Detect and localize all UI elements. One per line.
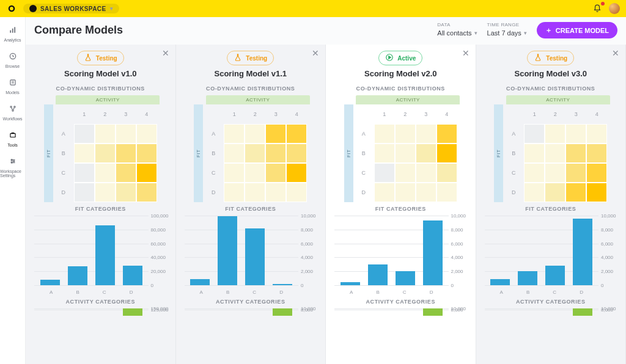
heatmap-col-header: 3 (565, 104, 586, 124)
heatmap-cell (416, 183, 436, 202)
section-title-activity: ACTIVITY CATEGORIES (32, 299, 169, 305)
heatmap-cell (524, 144, 545, 163)
heatmap-row-header: C (353, 163, 374, 183)
bar (123, 266, 142, 285)
activity-chart: 10,0008,000 (334, 308, 467, 326)
heatmap-col-header: 4 (586, 104, 607, 124)
heatmap-row-header: D (53, 183, 74, 202)
heatmap-row-header: A (203, 124, 224, 144)
model-panel: ✕TestingScoring Model v3.0CO-DYNAMIC DIS… (476, 45, 627, 364)
heatmap-row-header: B (203, 144, 224, 163)
svg-point-1 (10, 7, 13, 10)
sidebar-item-tools[interactable]: Tools (0, 127, 25, 151)
data-selector[interactable]: DATA All contacts▾ (437, 22, 477, 38)
heatmap: ACTIVITYFIT1234ABCD (182, 95, 320, 202)
model-title: Scoring Model v3.0 (482, 69, 620, 78)
heatmap-col-header: 3 (265, 104, 286, 124)
sidebar-item-models[interactable]: Models (0, 75, 25, 98)
heatmap-cell (586, 163, 607, 183)
status-pill: Testing (77, 51, 124, 65)
status-pill: Active (378, 51, 422, 65)
model-title: Scoring Model v1.1 (182, 69, 320, 78)
workspace-label: SALES WORKSPACE (40, 5, 106, 12)
sidebar-item-label: Tools (7, 143, 17, 147)
heatmap-cell (586, 183, 607, 202)
close-icon[interactable]: ✕ (462, 48, 470, 58)
x-tick-label: B (376, 289, 379, 295)
heatmap-col-header: 2 (245, 104, 265, 124)
heatmap-cell (565, 124, 586, 144)
heatmap-cell (374, 183, 395, 202)
heatmap-col-header: 2 (95, 104, 116, 124)
heatmap-cell (224, 144, 245, 163)
y-tick-label: 8,000 (449, 227, 467, 232)
status-label: Testing (546, 55, 567, 62)
y-tick-label: 0 (598, 283, 617, 288)
workspace-settings-icon (9, 157, 17, 168)
chevron-down-icon: ▾ (474, 30, 477, 36)
sidebar-item-workspace-settings[interactable]: Workspace Settings (0, 153, 25, 181)
status-label: Active (397, 55, 416, 62)
close-icon[interactable]: ✕ (612, 48, 619, 58)
svg-point-7 (10, 106, 11, 107)
chevron-down-icon: ▾ (110, 5, 113, 12)
heatmap-cell (395, 163, 416, 183)
x-tick-label: B (526, 289, 529, 295)
heatmap-col-header: 2 (545, 104, 565, 124)
heatmap-cell (74, 124, 95, 144)
heatmap-cell (116, 163, 136, 183)
svg-point-9 (12, 110, 13, 111)
time-range-selector[interactable]: TIME RANGE Last 7 days▾ (487, 22, 527, 38)
notifications-icon[interactable] (592, 3, 603, 14)
section-title-codynamic: CO-DYNAMIC DISTRIBUTIONS (32, 86, 169, 92)
y-tick-label: 6,000 (449, 241, 467, 246)
sidebar: AnalyticsBrowseModelsWorkflowsToolsWorks… (0, 17, 26, 364)
heatmap-cell (524, 163, 545, 183)
sidebar-item-label: Workspace Settings (0, 169, 25, 178)
sidebar-item-workflows[interactable]: Workflows (0, 101, 25, 125)
y-tick-label: 80,000 (149, 227, 167, 232)
heatmap-cell (286, 124, 307, 144)
avatar[interactable] (609, 3, 620, 14)
heatmap-cell (136, 124, 157, 144)
heatmap-cell (245, 163, 265, 183)
bar (573, 308, 592, 316)
sidebar-item-analytics[interactable]: Analytics (0, 22, 25, 46)
sidebar-item-label: Browse (6, 64, 20, 68)
bar (273, 308, 292, 316)
x-tick-label: B (226, 289, 229, 295)
heatmap-col-header: 3 (116, 104, 136, 124)
heatmap-cell (374, 163, 395, 183)
compare-panels: ✕TestingScoring Model v1.0CO-DYNAMIC DIS… (26, 45, 626, 364)
fit-chart: 10,0008,0006,0004,0002,0000ABCD (185, 216, 317, 295)
sidebar-item-browse[interactable]: Browse (0, 48, 25, 72)
heatmap-activity-label: ACTIVITY (206, 95, 310, 104)
bar (40, 280, 60, 285)
heatmap-row-header: C (53, 163, 74, 183)
status-label: Testing (246, 55, 267, 62)
y-tick-label: 6,000 (598, 241, 617, 246)
y-tick-label: 10,000 (598, 213, 617, 219)
play-icon (385, 53, 394, 63)
workspace-selector[interactable]: SALES WORKSPACE ▾ (23, 4, 119, 13)
status-label: Testing (96, 55, 117, 62)
close-icon[interactable]: ✕ (162, 48, 169, 58)
svg-point-11 (11, 159, 12, 161)
heatmap: ACTIVITYFIT1234ABCD (482, 95, 620, 202)
heatmap-cell (524, 183, 545, 202)
close-icon[interactable]: ✕ (312, 48, 319, 58)
sidebar-item-label: Workflows (2, 117, 22, 121)
heatmap: ACTIVITYFIT1234ABCD (332, 95, 470, 202)
heatmap-cell (245, 183, 265, 202)
y-tick-label: 8,000 (298, 307, 317, 313)
y-tick-label: 8,000 (598, 307, 617, 313)
create-model-button[interactable]: ＋ CREATE MODEL (537, 22, 617, 38)
model-panel: ✕ActiveScoring Model v2.0CO-DYNAMIC DIST… (326, 45, 476, 364)
heatmap-activity-label: ACTIVITY (506, 95, 610, 104)
model-title: Scoring Model v2.0 (332, 69, 470, 78)
section-title-fit: FIT CATEGORIES (32, 206, 169, 212)
heatmap-col-header: 1 (374, 104, 395, 124)
flask-icon (234, 53, 242, 63)
heatmap-cell (265, 124, 286, 144)
y-tick-label: 4,000 (449, 255, 467, 260)
